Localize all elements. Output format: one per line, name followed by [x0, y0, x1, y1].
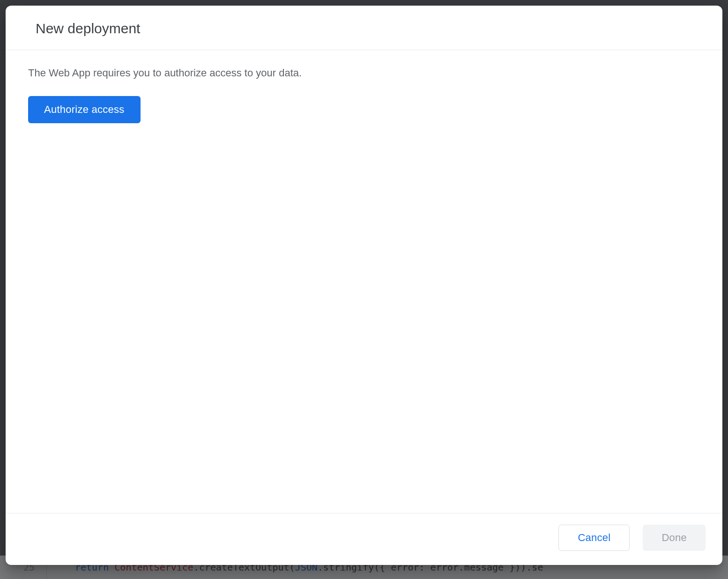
- cancel-button[interactable]: Cancel: [558, 525, 630, 551]
- authorization-message: The Web App requires you to authorize ac…: [28, 67, 700, 79]
- authorize-access-button[interactable]: Authorize access: [28, 96, 141, 123]
- done-button: Done: [643, 525, 706, 551]
- dialog-footer: Cancel Done: [6, 513, 722, 565]
- dialog-header: New deployment: [6, 6, 722, 50]
- dialog-body: The Web App requires you to authorize ac…: [6, 50, 722, 513]
- new-deployment-dialog: New deployment The Web App requires you …: [6, 6, 722, 565]
- dialog-title: New deployment: [36, 21, 700, 37]
